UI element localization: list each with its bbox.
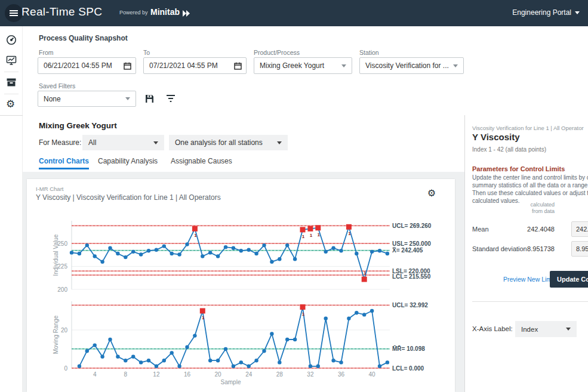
data-point[interactable] <box>355 311 358 314</box>
data-point[interactable] <box>378 249 381 252</box>
save-filter-button[interactable] <box>144 94 155 106</box>
dashboard-gauge-icon[interactable] <box>6 35 17 45</box>
product-dropdown[interactable]: Mixing Greek Yogurt <box>254 57 352 74</box>
data-point[interactable] <box>216 359 220 362</box>
filter-icon-button[interactable] <box>166 94 176 105</box>
data-point[interactable] <box>278 360 281 364</box>
data-point[interactable] <box>170 351 174 354</box>
out-of-control-point[interactable] <box>300 304 306 310</box>
data-point[interactable] <box>262 243 266 247</box>
data-point[interactable] <box>93 343 97 347</box>
data-point[interactable] <box>177 252 181 256</box>
data-point[interactable] <box>108 338 112 341</box>
data-point[interactable] <box>278 257 281 261</box>
data-point[interactable] <box>247 248 251 252</box>
data-point[interactable] <box>131 250 135 254</box>
data-point[interactable] <box>270 260 273 264</box>
data-point[interactable] <box>78 252 81 255</box>
data-point[interactable] <box>185 242 189 246</box>
data-point[interactable] <box>162 359 166 362</box>
data-point[interactable] <box>331 359 335 362</box>
station-dropdown[interactable]: Viscosity Verification for ... <box>359 57 464 74</box>
data-point[interactable] <box>247 365 251 368</box>
data-point[interactable] <box>124 359 127 362</box>
out-of-control-point[interactable] <box>200 308 205 314</box>
tab-assignable-causes[interactable]: Assignable Causes <box>171 157 232 165</box>
data-point[interactable] <box>124 255 127 259</box>
tab-capability-analysis[interactable]: Capability Analysis <box>98 157 158 165</box>
to-date-input[interactable] <box>143 57 247 74</box>
out-of-control-point[interactable] <box>362 277 367 282</box>
data-point[interactable] <box>386 360 389 364</box>
data-point[interactable] <box>185 345 189 349</box>
data-point[interactable] <box>224 347 227 351</box>
stddev-input[interactable] <box>571 241 588 257</box>
production-archive-icon[interactable] <box>6 77 17 88</box>
data-point[interactable] <box>108 246 112 250</box>
data-point[interactable] <box>355 252 358 255</box>
data-point[interactable] <box>285 338 289 341</box>
data-point[interactable] <box>85 243 89 247</box>
data-point[interactable] <box>131 355 135 359</box>
data-point[interactable] <box>224 245 227 249</box>
data-point[interactable] <box>93 254 97 258</box>
data-point[interactable] <box>254 359 258 362</box>
data-point[interactable] <box>162 244 166 248</box>
data-point[interactable] <box>232 365 235 368</box>
data-point[interactable] <box>193 334 196 337</box>
measure-dropdown[interactable]: All <box>82 135 164 150</box>
data-point[interactable] <box>324 317 328 320</box>
out-of-control-point[interactable] <box>300 227 306 232</box>
data-point[interactable] <box>78 365 81 368</box>
from-date-input[interactable] <box>38 57 136 74</box>
imr-chart-svg[interactable]: 200225250Individual ValueUCL= 269.260USL… <box>27 179 455 392</box>
tab-control-charts[interactable]: Control Charts <box>39 157 89 165</box>
data-point[interactable] <box>155 365 158 368</box>
data-point[interactable] <box>100 260 104 264</box>
data-point[interactable] <box>100 355 104 359</box>
data-point[interactable] <box>85 349 89 353</box>
analysis-mode-dropdown[interactable]: One analysis for all stations <box>169 135 288 150</box>
data-point[interactable] <box>309 365 312 368</box>
update-control-limits-button[interactable]: Update Control Limits <box>550 271 588 288</box>
xaxis-dropdown[interactable]: Index <box>515 321 577 337</box>
data-point[interactable] <box>147 249 150 252</box>
mean-input[interactable] <box>571 221 588 237</box>
data-point[interactable] <box>208 251 212 254</box>
data-point[interactable] <box>293 338 297 341</box>
data-point[interactable] <box>201 254 204 258</box>
data-point[interactable] <box>232 246 235 250</box>
data-point[interactable] <box>370 309 374 313</box>
data-point[interactable] <box>285 243 289 247</box>
data-point[interactable] <box>177 365 181 368</box>
hamburger-menu-button[interactable] <box>5 4 23 22</box>
data-point[interactable] <box>324 250 328 254</box>
data-point[interactable] <box>262 349 266 353</box>
data-point[interactable] <box>362 313 366 316</box>
data-point[interactable] <box>239 360 243 364</box>
out-of-control-point[interactable] <box>315 225 321 230</box>
data-point[interactable] <box>254 252 258 255</box>
data-point[interactable] <box>270 332 273 335</box>
data-point[interactable] <box>70 251 73 254</box>
data-point[interactable] <box>155 248 158 252</box>
data-point[interactable] <box>116 355 119 359</box>
data-point[interactable] <box>239 249 243 252</box>
saved-filters-dropdown[interactable]: None <box>38 91 136 107</box>
portal-selector[interactable]: Engineering Portal <box>512 8 580 17</box>
data-point[interactable] <box>347 317 350 320</box>
data-point[interactable] <box>293 257 297 261</box>
data-point[interactable] <box>170 252 174 255</box>
data-point[interactable] <box>339 249 343 252</box>
data-point[interactable] <box>339 360 343 364</box>
data-point[interactable] <box>331 246 335 250</box>
data-point[interactable] <box>139 252 143 256</box>
out-of-control-point[interactable] <box>307 226 313 232</box>
out-of-control-point[interactable] <box>346 224 352 230</box>
data-point[interactable] <box>208 359 212 362</box>
data-point[interactable] <box>139 360 143 364</box>
out-of-control-point[interactable] <box>192 226 198 232</box>
charts-monitor-icon[interactable] <box>6 55 17 66</box>
data-point[interactable] <box>116 252 119 255</box>
data-point[interactable] <box>147 359 150 362</box>
